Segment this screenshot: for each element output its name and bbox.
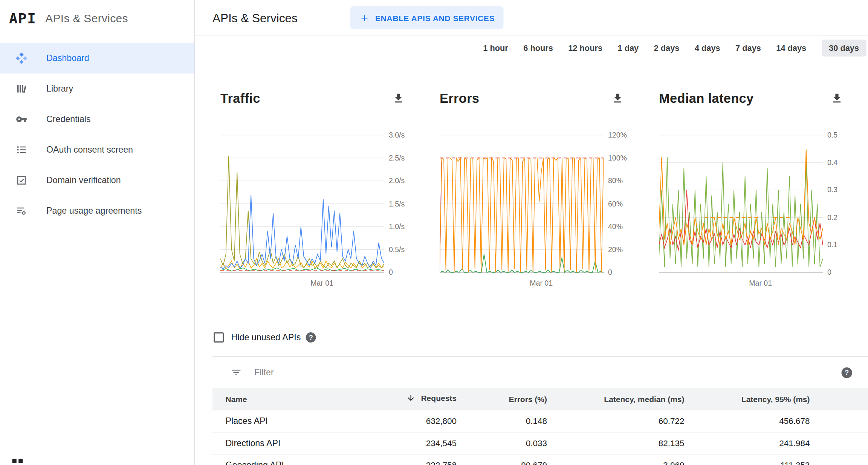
- sidebar-item-label: OAuth consent screen: [46, 145, 133, 155]
- sidebar-title: APIs & Services: [45, 12, 128, 25]
- errors-value: 0.033: [457, 432, 547, 454]
- time-range-4-days[interactable]: 4 days: [695, 44, 720, 53]
- sidebar-item-label: Library: [46, 84, 73, 94]
- enable-apis-button[interactable]: ENABLE APIS AND SERVICES: [350, 6, 504, 30]
- y-axis-label: 0.2: [827, 213, 837, 222]
- column-header-errors[interactable]: Errors (%): [457, 389, 547, 410]
- sort-descending-icon: [406, 393, 415, 404]
- median-latency-plot: [659, 135, 823, 274]
- table-help-icon[interactable]: ?: [842, 367, 853, 378]
- y-axis-label: 0.5: [827, 131, 837, 139]
- column-header-latency-median[interactable]: Latency, median (ms): [547, 389, 685, 410]
- filter-input[interactable]: [254, 367, 842, 378]
- sidebar-nav: Dashboard Library: [0, 43, 194, 226]
- domain-verification-icon: [16, 175, 27, 186]
- page-title: APIs & Services: [212, 11, 298, 24]
- oauth-consent-icon: [16, 144, 27, 156]
- key-icon: [16, 114, 27, 125]
- main-content: APIs & Services ENABLE APIS AND SERVICES…: [195, 0, 868, 465]
- y-axis-label: 80%: [608, 176, 623, 185]
- sidebar-item-label: Domain verification: [46, 175, 121, 185]
- time-range-2-days[interactable]: 2 days: [654, 44, 680, 53]
- errors-chart: Errors 120%100%80%60%40%20%0 Mar 01: [440, 88, 626, 293]
- library-icon: [16, 83, 27, 95]
- latency-95-value: 241.984: [685, 432, 810, 454]
- filler-cell: [810, 454, 868, 465]
- column-header-requests[interactable]: Requests: [382, 389, 457, 410]
- time-range-7-days[interactable]: 7 days: [735, 44, 761, 53]
- gcp-console: API APIs & Services Dashboard: [0, 0, 868, 465]
- latency-95-value: 456.678: [685, 410, 810, 432]
- table-row: Places API 632,800 0.148 60.722 456.678: [212, 410, 868, 432]
- time-range-1-day[interactable]: 1 day: [618, 44, 639, 53]
- series-green: [220, 268, 384, 271]
- requests-value: 222,758: [382, 454, 457, 465]
- sidebar-item-page-usage-agreements[interactable]: Page usage agreements: [0, 196, 194, 226]
- plus-icon: [359, 13, 370, 23]
- sidebar-item-credentials[interactable]: Credentials: [0, 104, 194, 135]
- latency-median-value: 3.969: [547, 454, 685, 465]
- requests-value: 234,545: [382, 432, 457, 454]
- filler-cell: [810, 410, 868, 432]
- sidebar-footer-icon[interactable]: [11, 458, 24, 465]
- time-range-30-days-selected[interactable]: 30 days: [822, 40, 866, 57]
- y-axis-label: 1.0/s: [389, 222, 405, 231]
- api-name-link[interactable]: Directions API: [212, 432, 382, 454]
- download-icon[interactable]: [611, 92, 624, 105]
- column-header-filler: [810, 389, 868, 410]
- sidebar-item-domain-verification[interactable]: Domain verification: [0, 165, 194, 196]
- sidebar-item-library[interactable]: Library: [0, 73, 194, 104]
- requests-value: 632,800: [382, 410, 457, 432]
- apis-table-card: ? Name Requests Errors (%) La: [212, 356, 868, 465]
- median-latency-x-tick: Mar 01: [749, 279, 772, 288]
- series-green: [440, 254, 604, 272]
- errors-chart-title: Errors: [440, 91, 479, 106]
- sidebar-item-label: Credentials: [46, 114, 91, 124]
- apis-table: Name Requests Errors (%) Latency, median…: [212, 389, 868, 465]
- charts-row: Traffic 3.0/s2.5/s2.0/s1.5/s1.0/s0.5/s0 …: [195, 88, 868, 293]
- errors-value: 90.679: [457, 454, 547, 465]
- column-header-latency-95[interactable]: Latency, 95% (ms): [685, 389, 810, 410]
- y-axis-label: 0: [608, 268, 612, 277]
- y-axis-label: 100%: [608, 153, 627, 162]
- time-range-1-hour[interactable]: 1 hour: [483, 44, 508, 53]
- sidebar-item-label: Page usage agreements: [46, 206, 142, 216]
- y-axis-label: 1.5/s: [389, 199, 405, 208]
- median-latency-chart: Median latency 0.50.40.30.20.10 Mar 01: [659, 88, 845, 293]
- api-name-link[interactable]: Places API: [212, 410, 382, 432]
- time-range-12-hours[interactable]: 12 hours: [568, 44, 602, 53]
- enable-apis-button-label: ENABLE APIS AND SERVICES: [375, 13, 495, 22]
- time-range-6-hours[interactable]: 6 hours: [523, 44, 553, 53]
- hide-unused-checkbox[interactable]: [214, 332, 224, 343]
- y-axis-label: 3.0/s: [389, 131, 405, 139]
- api-name-link[interactable]: Geocoding API: [212, 454, 382, 465]
- table-header-row: Name Requests Errors (%) Latency, median…: [212, 389, 868, 410]
- sidebar-item-dashboard[interactable]: Dashboard: [0, 43, 194, 73]
- column-header-requests-label: Requests: [421, 393, 457, 402]
- latency-95-value: 111.353: [685, 454, 810, 465]
- errors-value: 0.148: [457, 410, 547, 432]
- y-axis-label: 0: [389, 268, 393, 277]
- download-icon[interactable]: [392, 92, 405, 105]
- errors-y-axis: 120%100%80%60%40%20%0: [608, 135, 631, 274]
- column-header-name[interactable]: Name: [212, 389, 382, 410]
- app-viewport: API APIs & Services Dashboard: [0, 0, 868, 465]
- filter-icon: [231, 367, 242, 378]
- api-logo: API: [9, 10, 36, 26]
- sidebar-item-label: Dashboard: [46, 53, 89, 63]
- time-range-14-days[interactable]: 14 days: [776, 44, 806, 53]
- median-latency-y-axis: 0.50.40.30.20.10: [827, 135, 850, 274]
- help-icon[interactable]: ?: [306, 332, 316, 343]
- filter-row: ?: [212, 357, 868, 389]
- sidebar-item-oauth-consent-screen[interactable]: OAuth consent screen: [0, 135, 194, 165]
- y-axis-label: 0.1: [827, 240, 837, 249]
- y-axis-label: 0.3: [827, 185, 837, 194]
- y-axis-label: 0.5/s: [389, 245, 405, 254]
- series-green: [659, 157, 823, 267]
- page-usage-agreements-icon: [16, 205, 27, 217]
- traffic-x-tick: Mar 01: [310, 279, 333, 288]
- series-blue: [220, 194, 384, 269]
- y-axis-label: 0: [827, 268, 831, 277]
- errors-x-tick: Mar 01: [530, 279, 553, 288]
- download-icon[interactable]: [831, 92, 843, 105]
